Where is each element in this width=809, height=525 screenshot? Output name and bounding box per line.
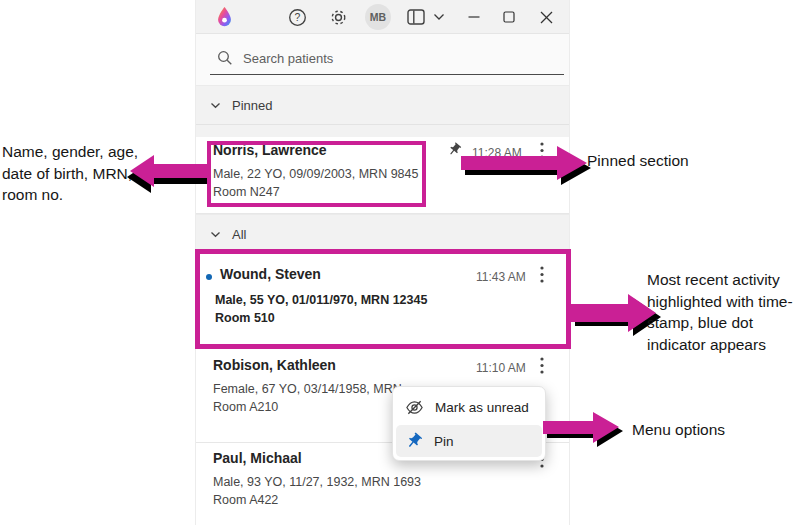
chevron-down-icon: [210, 231, 221, 238]
sidebar-layout-icon: [407, 9, 425, 25]
patient-details: Male, 93 YO, 11/27, 1932, MRN 1693: [213, 475, 421, 489]
menu-item-mark-as-unread[interactable]: Mark as unread: [393, 389, 545, 425]
kebab-menu-icon: [540, 357, 544, 374]
pinned-section-header[interactable]: Pinned: [210, 86, 272, 124]
gear-icon: [329, 8, 348, 27]
maximize-icon: [503, 11, 515, 23]
close-icon: [540, 11, 553, 24]
account-button[interactable]: MB: [364, 3, 392, 31]
avatar: MB: [365, 4, 391, 30]
all-section-band: All: [196, 214, 569, 250]
more-options-button[interactable]: [540, 357, 544, 377]
pinned-section-label: Pinned: [232, 98, 272, 113]
patient-room: Room A422: [213, 493, 278, 507]
annotation-recent-note: Most recent activity highlighted with ti…: [647, 269, 805, 355]
search-bar: [210, 42, 564, 75]
search-input[interactable]: [243, 51, 523, 66]
timestamp: 11:10 AM: [476, 361, 526, 375]
patient-details: Female, 67 YO, 03/14/1958, MRN: [213, 382, 402, 396]
pinned-section-band: Pinned: [196, 85, 569, 137]
layout-dropdown-button[interactable]: [425, 3, 453, 31]
eye-off-icon: [405, 398, 424, 417]
chevron-down-icon: [210, 102, 221, 109]
row-context-menu: Mark as unread Pin: [392, 386, 546, 461]
all-section-header[interactable]: All: [210, 215, 246, 253]
annotation-box-norris: [207, 141, 426, 207]
menu-item-label: Pin: [434, 434, 454, 449]
annotation-pinned-note: Pinned section: [587, 150, 689, 172]
menu-item-label: Mark as unread: [435, 400, 529, 415]
annotation-arrow-menu: [541, 409, 629, 451]
menu-item-pin[interactable]: Pin: [396, 425, 542, 457]
pin-icon: [405, 432, 423, 450]
patient-name: Robison, Kathleen: [213, 357, 336, 373]
titlebar: ? MB: [196, 0, 569, 34]
close-button[interactable]: [532, 3, 560, 31]
flame-icon: [215, 6, 234, 28]
annotation-box-wound: [195, 249, 571, 349]
all-section-label: All: [232, 227, 246, 242]
annotation-arrow-left: [126, 152, 214, 198]
patient-name: Paul, Michaal: [213, 450, 302, 466]
minimize-button[interactable]: [460, 3, 488, 31]
svg-text:?: ?: [294, 12, 300, 23]
divider: [196, 124, 569, 125]
screenshot-page: ? MB: [0, 0, 809, 525]
app-logo: [210, 3, 238, 31]
patient-room: Room A210: [213, 400, 278, 414]
minimize-icon: [468, 11, 480, 23]
maximize-button[interactable]: [495, 3, 523, 31]
annotation-menu-note: Menu options: [632, 419, 725, 441]
annotation-arrow-pinned: [459, 141, 595, 189]
search-icon: [217, 50, 233, 66]
help-icon: ?: [288, 8, 307, 27]
chevron-down-icon: [433, 13, 445, 21]
settings-button[interactable]: [324, 3, 352, 31]
help-button[interactable]: ?: [283, 3, 311, 31]
